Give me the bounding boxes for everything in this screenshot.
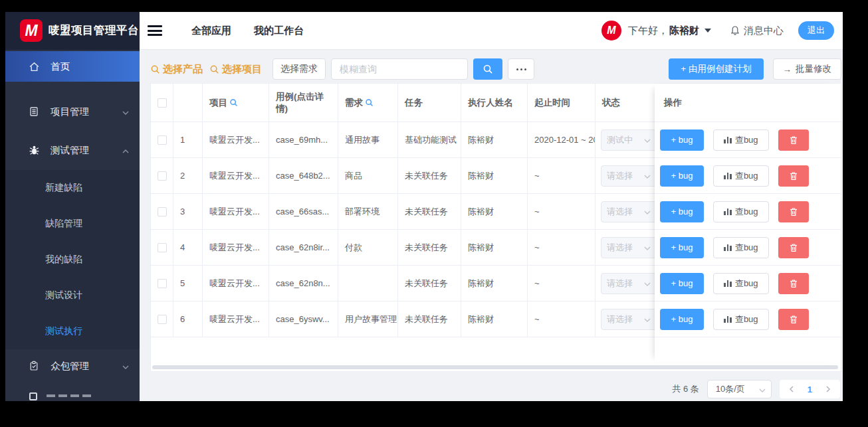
delete-button[interactable] <box>778 309 809 330</box>
status-select[interactable]: 请选择 <box>601 165 657 187</box>
select-product-link[interactable]: 选择产品 <box>150 63 203 76</box>
view-bug-label: 查bug <box>735 313 758 325</box>
sidebar-item-my-defects[interactable]: 我的缺陷 <box>5 242 140 278</box>
cell-project: 唛盟云开发... <box>203 301 269 337</box>
bar-chart-icon <box>724 209 732 215</box>
header-project: 项目 <box>203 84 269 122</box>
search-button[interactable] <box>473 58 502 80</box>
cell-usecase[interactable]: case_62n8n... <box>269 266 338 301</box>
view-bug-button[interactable]: 查bug <box>713 273 769 294</box>
header-label: 需求 <box>345 97 363 109</box>
batch-edit-button[interactable]: → 批量修改 <box>773 58 842 80</box>
row-checkbox[interactable] <box>158 315 167 324</box>
view-bug-button[interactable]: 查bug <box>713 309 769 330</box>
status-select[interactable]: 请选择 <box>601 309 657 330</box>
add-bug-button[interactable]: + bug <box>660 165 704 187</box>
select-project-link[interactable]: 选择项目 <box>209 63 262 76</box>
cell-executor: 陈裕财 <box>461 158 528 193</box>
fuzzy-search-input[interactable] <box>331 58 468 80</box>
user-greeting[interactable]: 下午好， 陈裕财 <box>628 25 711 37</box>
sidebar-item-test-execution[interactable]: 测试执行 <box>5 313 140 349</box>
view-bug-button[interactable]: 查bug <box>713 129 769 151</box>
cell-dates: ~ <box>528 266 596 301</box>
cell-usecase[interactable]: case_69mh... <box>269 122 338 157</box>
status-select[interactable]: 请选择 <box>601 201 657 222</box>
add-bug-button[interactable]: + bug <box>660 237 704 258</box>
view-bug-label: 查bug <box>735 242 758 254</box>
select-requirement-button[interactable]: 选择需求 <box>272 58 326 80</box>
cell-usecase[interactable]: case_62n8ir... <box>269 230 338 265</box>
page-size-select[interactable]: 10条/页 <box>707 380 772 398</box>
arrow-right-icon: → <box>783 64 792 74</box>
header-dates: 起止时间 <box>528 84 596 122</box>
delete-button[interactable] <box>778 273 809 294</box>
delete-button[interactable] <box>778 165 809 187</box>
header-label: 项目 <box>209 97 227 109</box>
select-all-checkbox[interactable] <box>158 98 167 108</box>
row-actions: + bug 查bug <box>655 122 841 158</box>
sidebar-item-partial[interactable] <box>5 392 140 401</box>
chevron-down-icon <box>644 242 651 252</box>
view-bug-button[interactable]: 查bug <box>713 165 769 187</box>
cell-usecase[interactable]: case_66sas... <box>269 194 338 229</box>
next-page-button[interactable] <box>819 386 837 392</box>
cell-requirement: 通用故事 <box>338 122 398 157</box>
cell-dates: ~ <box>528 194 596 229</box>
view-bug-label: 查bug <box>735 206 758 218</box>
search-icon[interactable] <box>365 98 374 107</box>
delete-button[interactable] <box>778 201 809 222</box>
sidebar-item-new-defect[interactable]: 新建缺陷 <box>5 170 140 206</box>
row-checkbox[interactable] <box>158 243 167 252</box>
prev-page-button[interactable] <box>782 386 801 392</box>
row-checkbox[interactable] <box>158 135 167 145</box>
horizontal-scrollbar[interactable] <box>152 365 838 369</box>
more-options-button[interactable] <box>508 58 534 80</box>
row-actions: + bug 查bug <box>655 194 841 230</box>
cell-usecase[interactable]: case_6yswv... <box>269 301 338 337</box>
delete-button[interactable] <box>778 237 809 258</box>
add-bug-button[interactable]: + bug <box>660 309 704 330</box>
header-index <box>173 84 203 122</box>
cell-executor: 陈裕财 <box>461 301 528 337</box>
cell-requirement: 用户故事管理 <box>338 301 398 337</box>
view-bug-button[interactable]: 查bug <box>713 237 769 258</box>
status-select[interactable]: 请选择 <box>601 237 657 258</box>
row-checkbox[interactable] <box>158 171 167 181</box>
sidebar-item-defect-mgmt[interactable]: 缺陷管理 <box>5 206 140 242</box>
cell-project: 唛盟云开发... <box>203 194 269 229</box>
view-bug-button[interactable]: 查bug <box>713 201 769 222</box>
sidebar-item-crowd-mgmt[interactable]: 众包管理 <box>5 349 140 383</box>
cell-task: 未关联任务 <box>398 266 461 301</box>
create-plan-button[interactable]: + 由用例创建计划 <box>669 58 763 80</box>
row-checkbox[interactable] <box>158 207 167 216</box>
sidebar-item-test-mgmt[interactable]: 测试管理 <box>5 130 140 170</box>
logout-button[interactable]: 退出 <box>798 21 834 40</box>
batch-edit-label: 批量修改 <box>796 63 831 75</box>
sidebar: 首页 项目管理 <box>5 50 140 401</box>
add-bug-button[interactable]: + bug <box>660 273 704 294</box>
cell-usecase[interactable]: case_648b2... <box>269 158 338 193</box>
delete-button[interactable] <box>778 129 809 151</box>
status-select[interactable]: 请选择 <box>601 273 657 294</box>
row-checkbox[interactable] <box>158 279 167 288</box>
message-center[interactable]: 消息中心 <box>730 25 784 37</box>
cell-project: 唛盟云开发... <box>203 122 269 157</box>
nav-all-apps[interactable]: 全部应用 <box>191 25 231 37</box>
page-number[interactable]: 1 <box>801 384 819 394</box>
bar-chart-icon <box>724 280 732 287</box>
chevron-down-icon <box>122 361 129 371</box>
cell-task: 基础功能测试 <box>398 122 461 157</box>
sidebar-item-project-mgmt[interactable]: 项目管理 <box>5 93 140 130</box>
sidebar-item-test-design[interactable]: 测试设计 <box>5 278 140 313</box>
search-icon[interactable] <box>229 98 238 107</box>
user-avatar[interactable]: M <box>601 21 621 41</box>
page-size-value: 10条/页 <box>716 383 745 395</box>
add-bug-button[interactable]: + bug <box>660 129 704 151</box>
nav-my-workbench[interactable]: 我的工作台 <box>254 25 304 37</box>
logo-block: M 唛盟项目管理平台 <box>5 12 140 50</box>
add-bug-button[interactable]: + bug <box>660 201 704 222</box>
sidebar-item-home[interactable]: 首页 <box>5 51 140 82</box>
status-select[interactable]: 测试中 <box>601 129 657 151</box>
hamburger-menu-icon[interactable] <box>148 19 170 42</box>
bug-icon <box>28 144 40 156</box>
